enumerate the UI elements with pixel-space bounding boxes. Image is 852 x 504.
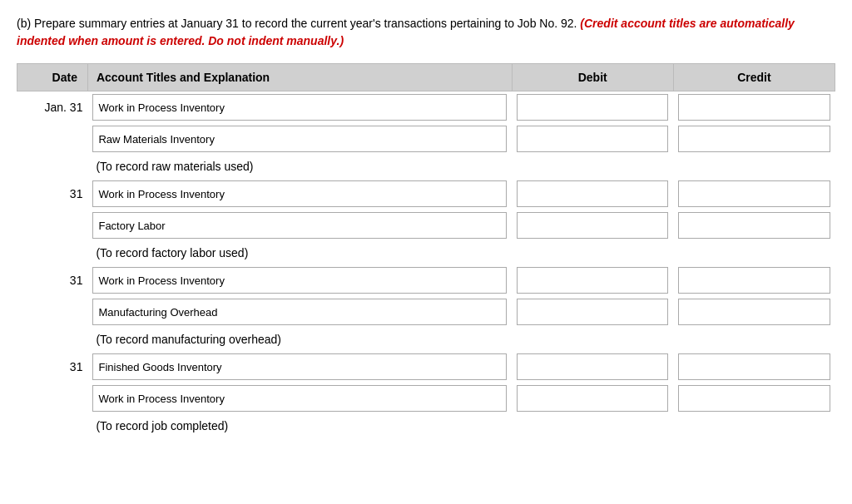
table-row	[17, 296, 835, 328]
account-field-0-1[interactable]	[87, 123, 512, 155]
note-row-2: (To record manufacturing overhead)	[17, 328, 835, 351]
table-row	[17, 383, 835, 414]
credit-field-0-1[interactable]	[673, 123, 835, 155]
credit-field-2-1[interactable]	[673, 296, 835, 328]
note-row-3: (To record job completed)	[17, 414, 835, 437]
entry-date-1: 31	[17, 178, 88, 210]
credit-input-0-0[interactable]	[678, 94, 830, 121]
header-debit: Debit	[512, 64, 673, 91]
credit-field-3-0[interactable]	[673, 351, 835, 383]
table-row: 31	[17, 351, 835, 383]
credit-input-1-0[interactable]	[678, 180, 830, 207]
account-input-0-0[interactable]	[92, 94, 507, 121]
intro-main-text: (b) Prepare summary entries at January 3…	[17, 17, 577, 30]
header-account: Account Titles and Explanation	[87, 64, 512, 91]
account-field-0-0[interactable]	[87, 91, 512, 124]
debit-input-0-0[interactable]	[517, 94, 668, 121]
credit-input-1-1[interactable]	[678, 212, 830, 239]
account-input-2-1[interactable]	[92, 299, 507, 325]
entry-date-3: 31	[17, 351, 88, 383]
credit-input-2-0[interactable]	[678, 267, 830, 294]
debit-field-3-1[interactable]	[512, 383, 673, 414]
note-row-1: (To record factory labor used)	[17, 241, 835, 264]
table-row: 31	[17, 178, 835, 210]
account-input-1-0[interactable]	[92, 180, 507, 207]
debit-field-2-0[interactable]	[512, 264, 673, 296]
table-row: 31	[17, 264, 835, 296]
entry-note-3: (To record job completed)	[87, 414, 835, 437]
credit-field-1-0[interactable]	[673, 178, 835, 210]
credit-field-3-1[interactable]	[673, 383, 835, 414]
debit-input-1-1[interactable]	[517, 212, 668, 239]
debit-field-2-1[interactable]	[512, 296, 673, 328]
credit-input-3-1[interactable]	[678, 385, 830, 412]
account-field-2-1[interactable]	[87, 296, 512, 328]
account-field-3-0[interactable]	[87, 351, 512, 383]
account-field-2-0[interactable]	[87, 264, 512, 296]
entry-note-1: (To record factory labor used)	[87, 241, 835, 264]
debit-field-3-0[interactable]	[512, 351, 673, 383]
account-input-1-1[interactable]	[92, 212, 507, 239]
intro-paragraph: (b) Prepare summary entries at January 3…	[17, 15, 835, 50]
table-row	[17, 123, 835, 155]
credit-field-2-0[interactable]	[673, 264, 835, 296]
debit-input-3-0[interactable]	[517, 353, 668, 380]
debit-field-0-1[interactable]	[512, 123, 673, 155]
table-row: Jan. 31	[17, 91, 835, 124]
entry-date-2: 31	[17, 264, 88, 296]
credit-field-0-0[interactable]	[673, 91, 835, 124]
debit-input-2-0[interactable]	[517, 267, 668, 294]
credit-field-1-1[interactable]	[673, 210, 835, 241]
account-input-2-0[interactable]	[92, 267, 507, 294]
debit-input-3-1[interactable]	[517, 385, 668, 412]
account-field-1-0[interactable]	[87, 178, 512, 210]
header-date: Date	[17, 64, 88, 91]
note-row-0: (To record raw materials used)	[17, 155, 835, 178]
entry-note-0: (To record raw materials used)	[87, 155, 835, 178]
entry-date-0: Jan. 31	[17, 91, 88, 124]
account-field-3-1[interactable]	[87, 383, 512, 414]
debit-field-0-0[interactable]	[512, 91, 673, 124]
account-field-1-1[interactable]	[87, 210, 512, 241]
header-credit: Credit	[673, 64, 835, 91]
account-input-3-1[interactable]	[92, 385, 507, 412]
credit-input-3-0[interactable]	[678, 353, 830, 380]
debit-field-1-0[interactable]	[512, 178, 673, 210]
account-input-3-0[interactable]	[92, 353, 507, 380]
debit-field-1-1[interactable]	[512, 210, 673, 241]
credit-input-2-1[interactable]	[678, 299, 830, 325]
debit-input-2-1[interactable]	[517, 299, 668, 325]
debit-input-1-0[interactable]	[517, 180, 668, 207]
account-input-0-1[interactable]	[92, 126, 507, 152]
credit-input-0-1[interactable]	[678, 126, 830, 152]
table-row	[17, 210, 835, 241]
entry-note-2: (To record manufacturing overhead)	[87, 328, 835, 351]
debit-input-0-1[interactable]	[517, 126, 668, 152]
